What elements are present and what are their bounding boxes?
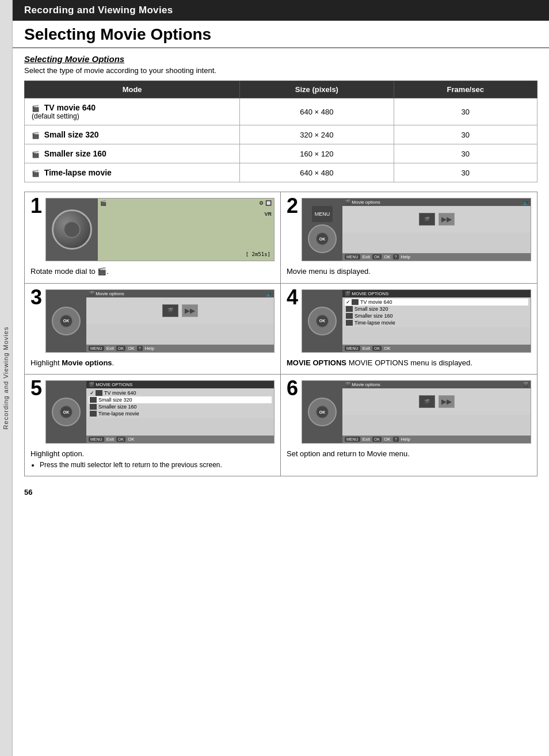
menu-body-2: 🎬 ▶▶ [342, 206, 531, 232]
opt-icon-timelapse-4 [346, 320, 353, 326]
fps-cell-3: 30 [394, 163, 537, 182]
movie-options-title-5: 🎬 MOVIE OPTIONS [89, 382, 132, 387]
steps-grid: 1 🎬 ⚙ 🔲 VR [24, 192, 537, 476]
menu-bottom-5: MENUExit OKOK [86, 436, 274, 443]
menu-display-6: 🎬 Movie options 🎬 🎬 ▶▶ MENUExit [342, 381, 531, 443]
opt-icon-smaller-4 [346, 313, 353, 319]
step-desc-2: Movie menu is displayed. [287, 266, 531, 277]
section-heading: Selecting Movie Options [24, 54, 537, 64]
ok-btn-6: OK [372, 437, 382, 442]
menu-title-4: 🎬 MOVIE OPTIONS [342, 290, 531, 297]
col-mode: Mode [25, 81, 240, 98]
menu-body-6: 🎬 ▶▶ [342, 388, 531, 415]
opt-small-5: Small size 320 [89, 396, 272, 403]
movie-icon-big-2: 🎬 [419, 213, 435, 226]
camera-body-3: OK [46, 290, 86, 352]
icon-area-6: 🎬 ▶▶ [345, 395, 528, 408]
fps-cell-2: 30 [394, 144, 537, 163]
ok-btn-5: OK [116, 437, 125, 442]
camera-dial-area [46, 198, 98, 261]
step-screen-4: OK 🎬 MOVIE OPTIONS T [302, 289, 531, 353]
size-cell-1: 320 × 240 [240, 125, 394, 144]
opt-icon-timelapse-5 [90, 411, 97, 417]
play-icon-big-2: ▶▶ [439, 213, 455, 226]
step-number-1: 1 [30, 196, 42, 216]
menu-exit-btn-5: MENU [89, 437, 104, 442]
menu-bottom-3: MENUExit OKOK ?Help [86, 345, 274, 352]
ok-btn-3: OK [116, 346, 125, 351]
banner-text: Recording and Viewing Movies [24, 5, 173, 16]
opt-small-4: Small size 320 [345, 306, 528, 312]
camera-body-4: OK [302, 290, 342, 352]
section-intro: Select the type of movie according to yo… [24, 66, 537, 75]
menu-title-6: 🎬 Movie options 🎬 [342, 381, 531, 388]
menu-title-2: 🎬 Movie options 📺 [342, 198, 531, 206]
menu-button: MENU [312, 206, 333, 222]
menu-title-5: 🎬 MOVIE OPTIONS [86, 381, 274, 388]
icon-area-3: 🎬 ▶▶ [89, 304, 272, 317]
ok-btn-2: OK [372, 254, 382, 259]
ok-center-4: OK [316, 315, 329, 327]
menu-bottom-6: MENUExit OKOK ?Help [342, 436, 531, 443]
step-1: 1 🎬 ⚙ 🔲 VR [25, 192, 281, 284]
step-screen-6: OK 🎬 Movie options 🎬 🎬 ▶▶ [302, 380, 531, 444]
menu-title-3: 🎬 Movie options 📺 [86, 290, 274, 297]
step-number-3: 3 [30, 287, 42, 308]
opt-timelapse-5: Time-lapse movie [89, 410, 272, 417]
ok-center-5: OK [60, 406, 73, 418]
step-desc-4: MOVIE OPTIONS MOVIE OPTIONS menu is disp… [287, 357, 531, 369]
header-banner: Recording and Viewing Movies [13, 0, 549, 21]
menu-icon-title-3: 🎬 Movie options [89, 291, 124, 296]
opt-tv-4: TV movie 640 [345, 299, 528, 306]
step-3: 3 OK 🎬 Movie options 📺 [25, 284, 281, 375]
step-number-5: 5 [30, 378, 42, 399]
ok-ring-2: OK [308, 224, 337, 253]
lcd-topbar: 🎬 ⚙ 🔲 [100, 200, 272, 206]
ok-center-6: OK [316, 406, 329, 418]
side-tab-label: Recording and Viewing Movies [3, 327, 10, 430]
menu-bottom-2: MENUExit OKOK ?Help [342, 253, 531, 261]
step-screen-3: OK 🎬 Movie options 📺 🎬 ▶▶ [45, 289, 274, 353]
step-icon: 🎬 [97, 267, 106, 276]
mode-cell: 🎬 Time-lapse movie [25, 163, 240, 182]
opt-icon-small-5 [90, 397, 97, 403]
ok-btn-4: OK [372, 346, 382, 351]
dial-inner [63, 221, 81, 238]
menu-exit-btn-2: MENU [345, 254, 360, 259]
camera-body-6: OK [302, 381, 342, 443]
menu-exit-btn-4: MENU [345, 346, 360, 351]
size-cell-2: 160 × 120 [240, 144, 394, 163]
ok-ring-4: OK [308, 307, 337, 335]
menu-exit-btn-6: MENU [345, 437, 360, 442]
step-5-bullets: Press the multi selector left to return … [40, 460, 274, 470]
step-2: 2 MENU OK 🎬 Movie op [281, 192, 537, 284]
help-btn-2: ? [393, 254, 399, 259]
col-fps: Frame/sec [394, 81, 537, 98]
ok-center-2: OK [316, 232, 329, 245]
step-number-6: 6 [287, 378, 298, 399]
mode-cell: 🎬 TV movie 640 (default setting) [25, 98, 240, 125]
side-tab: Recording and Viewing Movies [0, 0, 13, 756]
menu-icon-title-6: 🎬 Movie options [345, 382, 380, 387]
movie-options-bold: Movie options [62, 358, 112, 367]
size-cell-0: 640 × 480 [240, 98, 394, 125]
step-6: 6 OK 🎬 Movie options 🎬 [281, 375, 537, 476]
step-screen-5: OK 🎬 MOVIE OPTIONS T [45, 380, 274, 444]
ok-center-3: OK [60, 315, 73, 327]
play-icon-big-3: ▶▶ [182, 304, 198, 317]
opt-smaller-4: Smaller size 160 [345, 312, 528, 319]
menu-bottom-4: MENUExit OKOK [342, 345, 531, 352]
ok-ring-3: OK [52, 307, 81, 335]
menu-display-3: 🎬 Movie options 📺 🎬 ▶▶ MENUExit [86, 290, 274, 352]
opt-icon-tv-5 [96, 390, 102, 396]
movie-options-list-4: TV movie 640 Small size 320 Smaller size… [345, 299, 528, 326]
movie-options-prefix-bold: MOVIE OPTIONS [287, 358, 346, 367]
col-size: Size (pixels) [240, 81, 394, 98]
opt-icon-smaller-5 [90, 404, 97, 410]
menu-icon-tv: 📺 [523, 200, 528, 205]
menu-display-2: 🎬 Movie options 📺 🎬 ▶▶ MENUExit [342, 198, 531, 261]
menu-icon-title: 🎬 Movie options [345, 200, 380, 205]
step-desc-3: Highlight Movie options. [30, 357, 274, 369]
menu-display-4: 🎬 MOVIE OPTIONS TV movie 640 [342, 290, 531, 352]
page-title: Selecting Movie Options [13, 21, 549, 48]
